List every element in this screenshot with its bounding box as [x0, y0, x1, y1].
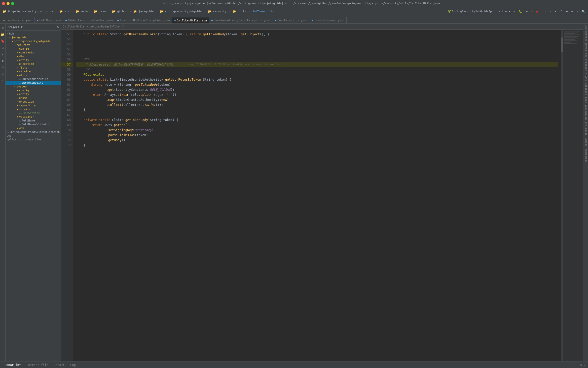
right-label-italiapc[interactable]: italia/pc [583, 121, 588, 136]
tree-item-sys-entity[interactable]: ▸ entity [6, 92, 61, 96]
tree-item-sys-exception[interactable]: ▸ exception [6, 100, 61, 104]
tree-item-utils[interactable]: ▾ utils [6, 73, 61, 77]
tree-item-service-security[interactable]: ▸ service [6, 70, 61, 73]
main-breadcrumb[interactable]: 📂 main [75, 9, 89, 14]
project-tree: ▸ hub ▾ javaguide ▾ springsecurityjwtgui… [6, 31, 61, 361]
right-label-userservice[interactable]: UserService [583, 24, 588, 42]
javaguide-breadcrumb[interactable]: 📂 javaguide [132, 9, 155, 14]
undo-button[interactable]: ↩ [565, 9, 569, 14]
tab-globalexception[interactable]: ◆ GlobalExceptionHandler.java [63, 17, 115, 23]
tree-item-sys-enums[interactable]: ▸ enums [6, 96, 61, 100]
redo-button[interactable]: ↪ [570, 9, 574, 14]
tab-jwttokenutils[interactable]: ◆ JwtTokenUtils.java [172, 17, 209, 23]
folder-tree-icon[interactable]: 📁 [1, 32, 5, 37]
settings-button[interactable]: ⚙ [575, 9, 579, 14]
tree-item-sys-service[interactable]: ▾ service [6, 107, 61, 111]
tab-log[interactable]: Log [68, 362, 78, 368]
utils-breadcrumb[interactable]: 📂 utils [231, 9, 247, 14]
tab-fullname[interactable]: ◆ FullName.java [35, 17, 63, 23]
tab-baseexception[interactable]: ◆ BaseException.java [273, 17, 310, 23]
breakpoints-icon[interactable]: ● [1, 58, 5, 63]
tree-item-javaguide[interactable]: ▾ javaguide [6, 36, 61, 39]
right-label-keypromoter[interactable]: Key Promoter X [583, 52, 588, 75]
folder-sys-entity-label: entity [19, 93, 29, 96]
stop-button[interactable]: ■ [535, 9, 539, 14]
tree-item-properties[interactable]: pplication.properties [6, 138, 61, 141]
tree-item-validator[interactable]: ▾ validator [6, 115, 61, 119]
vertical-scrollbar[interactable] [561, 30, 563, 361]
debug-button[interactable]: 🐛 [518, 9, 524, 14]
commit-icon[interactable]: ✓ [1, 78, 5, 83]
window-controls[interactable] [2, 2, 14, 5]
security-breadcrumb[interactable]: 📂 security [207, 9, 228, 14]
git-history[interactable]: ⏱ [559, 9, 564, 14]
tab-usernameexists[interactable]: ◆ UserNameAlreadyExistException.java [209, 17, 273, 23]
tree-item-security[interactable]: ▾ security [6, 43, 61, 47]
file-tabs: ● UserService.java ◆ FullName.java ◆ Glo… [0, 16, 588, 24]
tree-item-filter[interactable]: ▸ filter [6, 66, 61, 70]
tree-item-currentuserutils[interactable]: ☕ CurrentUserUtils [6, 77, 61, 81]
git-icon[interactable]: ⎇ [1, 72, 5, 76]
right-label-maven[interactable]: Maven [583, 42, 588, 52]
tree-item-sys-repository[interactable]: ▸ repository [6, 104, 61, 107]
github-breadcrumb[interactable]: 📂 github [111, 9, 128, 14]
tab-userservice[interactable]: ● UserService.java [1, 17, 35, 23]
close-bottom-icon[interactable]: ✕ [584, 363, 586, 367]
jwttokenutils-breadcrumb[interactable]: JwtTokenUtils [251, 9, 275, 14]
tree-item-fullname[interactable]: ☕ FullName [6, 119, 61, 122]
right-label-database[interactable]: Database [583, 82, 588, 96]
folder-validator-label: validator [19, 115, 34, 118]
favorites-icon[interactable]: ★ [1, 52, 5, 56]
settings-bottom-icon[interactable]: ⚙ [580, 363, 582, 367]
right-label-lombok[interactable]: Lombok [583, 136, 588, 147]
tree-item-fullnamevalidator[interactable]: ☕ FullNameValidator [6, 122, 61, 126]
tree-item-entity1[interactable]: ▸ entity [6, 58, 61, 62]
tree-item-hub[interactable]: ▸ hub [6, 32, 61, 36]
structure-icon[interactable]: ≡ [1, 26, 5, 30]
code-line-57: * @Deprecated. 改为从数据库中获取，保证权限的即时性。 Kou, … [76, 62, 558, 67]
code-content[interactable]: public static String getUsernameByToken(… [73, 30, 561, 361]
tree-item-config[interactable]: ▸ config [6, 47, 61, 51]
maximize-button[interactable] [11, 2, 14, 5]
services-icon[interactable]: ⚙ [1, 65, 5, 70]
tree-item-dto[interactable]: ▸ dto [6, 54, 61, 58]
tree-item-springsecurity[interactable]: ▾ springsecurityjwtguide [6, 39, 61, 43]
run-button[interactable]: ▶ [512, 9, 517, 14]
git-push[interactable]: ⬆ [554, 9, 558, 14]
code-line-55 [76, 52, 558, 57]
tab-report[interactable]: Report [51, 362, 67, 368]
bookmark-icon[interactable]: 🔖 [1, 39, 5, 43]
tree-item-web[interactable]: ▸ web [6, 126, 61, 130]
sidebar-settings-icon[interactable]: ⚙ [57, 25, 59, 29]
scrollbar-thumb[interactable] [561, 37, 563, 52]
tree-item-springapp[interactable]: ☕ SpringSecurityJwtGuideApplication [6, 130, 61, 134]
java-breadcrumb[interactable]: 📂 java [93, 9, 107, 14]
tree-item-system[interactable]: ▾ system [6, 85, 61, 88]
tab-resourcenotfound[interactable]: ◆ ResourceNotFoundException.java [115, 17, 172, 23]
src-breadcrumb[interactable]: 📂 src [58, 9, 71, 14]
tree-item-sys-config[interactable]: ▸ config [6, 88, 61, 92]
right-label-wordbook[interactable]: Word Book [583, 148, 588, 163]
currentuserutils-label: CurrentUserUtils [22, 77, 48, 81]
search-button[interactable]: 🔍 [580, 9, 586, 14]
right-label-ant[interactable]: Ant [583, 75, 588, 82]
close-button[interactable] [2, 2, 5, 5]
springsecurity-breadcrumb[interactable]: 📂 springsecurityjwtguide [159, 9, 203, 14]
tree-item-constants[interactable]: ▸ constants [6, 51, 61, 54]
coverage-button[interactable]: ☂ [525, 9, 529, 14]
tree-item-exception1[interactable]: ▸ exception [6, 62, 61, 66]
tab-sonarlint[interactable]: SonarLint [2, 362, 23, 368]
minimize-button[interactable] [7, 2, 10, 5]
git-commit[interactable]: ✓ [548, 9, 553, 14]
tree-item-ces: ces [6, 134, 61, 138]
project-menu[interactable]: 📁 🖥 spring-security-jwt-guide [2, 9, 54, 14]
profile-button[interactable]: ⚡ [530, 9, 534, 14]
right-label-beanvalidation[interactable]: Bean Validation [583, 96, 588, 121]
run-config[interactable]: 🌱 SpringSecurityJwtGuideApplication ▼ [446, 9, 511, 14]
tab-errorresponse[interactable]: ◆ ErrorResponse.java [310, 17, 347, 23]
tree-item-userservice[interactable]: ◈ UserService [6, 111, 61, 115]
tree-item-jwttokenutils[interactable]: ☕ JwtTokenUtils [6, 81, 61, 85]
todo-icon[interactable]: ☑ [1, 45, 5, 50]
git-update[interactable]: ⬇ [543, 9, 547, 14]
tab-current-file[interactable]: Current file [24, 362, 51, 368]
